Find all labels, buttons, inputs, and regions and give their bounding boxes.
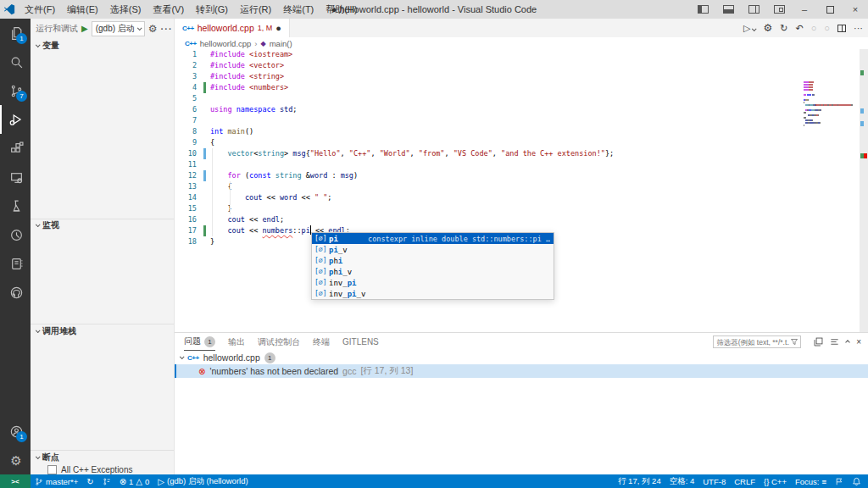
notifications-status[interactable] (848, 477, 868, 486)
code-line[interactable]: 6using namespace std; (175, 104, 868, 115)
panel-tab-问题[interactable]: 问题1 (184, 333, 215, 351)
line-number[interactable]: 10 (175, 148, 197, 159)
code-line[interactable]: 15 } (175, 203, 868, 214)
code-line[interactable]: 13 { (175, 181, 868, 192)
section-watch[interactable]: 监视 (31, 219, 174, 232)
code-line[interactable]: 14 cout << word << " "; (175, 192, 868, 203)
code-line[interactable]: 1#include <iostream> (175, 49, 868, 60)
code-line[interactable]: 9{ (175, 137, 868, 148)
activitybar-source-control[interactable]: 7 (0, 76, 31, 105)
language-mode[interactable]: {} C++ (760, 477, 791, 486)
line-number[interactable]: 17 (175, 225, 197, 236)
line-number[interactable]: 16 (175, 214, 197, 225)
filter-input[interactable] (716, 338, 789, 347)
code-line[interactable]: 16 cout << endl; (175, 214, 868, 225)
menu-item[interactable]: 编辑(E) (61, 4, 104, 14)
suggest-item[interactable]: [∅]pi_v (312, 244, 554, 255)
code-line[interactable]: 8int main() (175, 126, 868, 137)
debug-settings-icon[interactable]: ⚙ (763, 23, 772, 33)
code-line[interactable]: 4#include <numbers> (175, 82, 868, 93)
breadcrumb-symbol[interactable]: main() (270, 39, 292, 48)
debug-launch-status[interactable]: ▷ (gdb) 启动 (helloworld) (153, 476, 252, 487)
line-number[interactable]: 14 (175, 192, 197, 203)
activitybar-live-share[interactable] (0, 220, 31, 249)
activitybar-accounts[interactable]: 1 (0, 417, 31, 446)
panel-tab-GITLENS[interactable]: GITLENS (342, 333, 379, 351)
split-editor-icon[interactable] (837, 25, 846, 32)
code-line[interactable]: 2#include <vector> (175, 60, 868, 71)
problems-file-row[interactable]: C++ helloworld.cpp 1 (175, 351, 868, 364)
problem-row[interactable]: ⊗ 'numbers' has not been declared gcc [行… (175, 364, 868, 378)
suggest-item[interactable]: [∅]phi_v (312, 266, 554, 277)
view-as-table-icon[interactable] (814, 337, 823, 347)
focus-status[interactable]: Focus:≡ (791, 477, 831, 486)
sync-status[interactable]: ↻ (82, 477, 97, 486)
activitybar-run-and-debug[interactable] (0, 105, 31, 134)
editor-more-actions-icon[interactable]: ··· (854, 23, 863, 33)
menu-item[interactable]: 运行(R) (234, 4, 277, 14)
menu-item[interactable]: 终端(T) (277, 4, 320, 14)
breakpoint-checkbox[interactable] (47, 465, 57, 474)
line-number[interactable]: 12 (175, 170, 197, 181)
line-number[interactable]: 11 (175, 159, 197, 170)
suggest-item[interactable]: [∅]piconstexpr inline double std::number… (312, 233, 554, 244)
code-line[interactable]: 5 (175, 93, 868, 104)
menu-item[interactable]: 文件(F) (19, 4, 61, 14)
line-number[interactable]: 13 (175, 181, 197, 192)
line-number[interactable]: 4 (175, 82, 197, 93)
layout-customize-icon[interactable] (766, 0, 792, 19)
debug-config-dropdown[interactable]: (gdb) 启动 (92, 21, 145, 36)
activitybar-testing[interactable] (0, 191, 31, 220)
navigate-back-icon[interactable]: ↶ (795, 23, 803, 34)
line-number[interactable]: 5 (175, 93, 197, 104)
menu-item[interactable]: 查看(V) (147, 4, 190, 14)
close-button[interactable]: × (843, 0, 868, 19)
git-branch-status[interactable]: master*+ (31, 477, 82, 486)
line-number[interactable]: 8 (175, 126, 197, 137)
panel-tab-终端[interactable]: 终端 (313, 333, 330, 351)
activitybar-extensions[interactable] (0, 134, 31, 163)
run-button[interactable]: ▷ (743, 23, 755, 34)
problems-status[interactable]: ⊗1 △0 (115, 477, 154, 486)
line-number[interactable]: 2 (175, 60, 197, 71)
restore-button[interactable] (817, 0, 843, 19)
layout-sidebar-left-icon[interactable] (690, 0, 715, 19)
cursor-position[interactable]: 行 17, 列 24 (614, 476, 665, 487)
breadcrumb-file[interactable]: helloworld.cpp (200, 39, 252, 48)
line-number[interactable]: 3 (175, 71, 197, 82)
panel-tab-调试控制台[interactable]: 调试控制台 (258, 333, 300, 351)
code-line[interactable]: 12 for (const string &word : msg) (175, 170, 868, 181)
start-debugging-button[interactable]: ▶ (81, 24, 88, 33)
section-callstack[interactable]: 调用堆栈 (31, 324, 174, 337)
activitybar-github[interactable] (0, 278, 31, 307)
collapse-all-icon[interactable] (830, 337, 839, 347)
minimap[interactable] (804, 81, 856, 127)
section-breakpoints[interactable]: 断点 (31, 450, 174, 463)
menu-item[interactable]: 转到(G) (190, 4, 234, 14)
line-number[interactable]: 1 (175, 49, 197, 60)
section-variables[interactable]: 变量 (31, 39, 174, 53)
layout-sidebar-right-icon[interactable] (741, 0, 766, 19)
panel-tab-输出[interactable]: 输出 (228, 333, 245, 351)
suggest-item[interactable]: [∅]phi (312, 255, 554, 266)
menu-item[interactable]: 帮助(H) (320, 4, 363, 14)
activitybar-explorer[interactable]: 1 (0, 19, 31, 47)
suggest-item[interactable]: [∅]inv_pi_v (312, 288, 554, 299)
more-actions-icon[interactable]: ··· (161, 24, 173, 34)
tab-helloworld-cpp[interactable]: C++ helloworld.cpp 1, M ● (175, 19, 290, 37)
close-panel-icon[interactable]: × (856, 337, 861, 347)
indentation[interactable]: 空格: 4 (665, 476, 699, 487)
line-number[interactable]: 6 (175, 104, 197, 115)
layout-panel-icon[interactable] (715, 0, 741, 19)
eol-sequence[interactable]: CRLF (730, 477, 760, 486)
menu-item[interactable]: 选择(S) (104, 4, 147, 14)
code-line[interactable]: 7 (175, 115, 868, 126)
overview-ruler[interactable] (860, 49, 868, 332)
encoding[interactable]: UTF-8 (698, 477, 730, 486)
history-icon[interactable]: ○ (824, 23, 830, 33)
activitybar-notebook[interactable] (0, 249, 31, 278)
debug-gear-icon[interactable]: ⚙ (148, 24, 158, 34)
problems-filter[interactable] (713, 336, 801, 348)
activitybar-search[interactable] (0, 47, 31, 76)
code-line[interactable]: 10 vector<string> msg{"Hello", "C++", "W… (175, 148, 868, 159)
